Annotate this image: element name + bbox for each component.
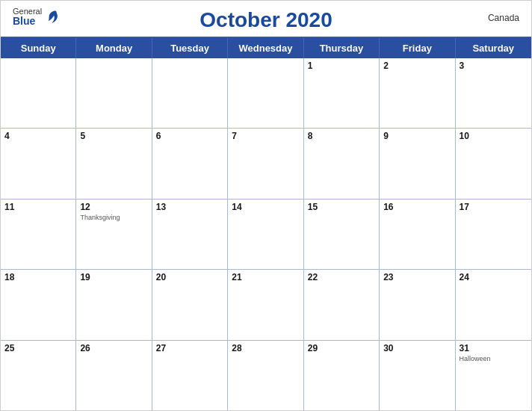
- day-cell: 21: [228, 270, 303, 339]
- date-number: 28: [232, 343, 299, 353]
- day-header-sunday: Sunday: [1, 38, 76, 58]
- week-row-1: 123: [1, 58, 531, 129]
- day-cell: 31Halloween: [456, 341, 531, 410]
- day-cell: 28: [228, 341, 303, 410]
- logo-text: General Blue: [13, 7, 42, 27]
- day-cell: 3: [456, 58, 531, 128]
- date-number: 29: [308, 343, 375, 353]
- day-cell: 1: [304, 58, 380, 128]
- date-number: 11: [4, 202, 72, 212]
- day-cell: 13: [152, 200, 228, 269]
- date-number: 16: [383, 202, 451, 212]
- date-number: 30: [383, 343, 451, 353]
- day-cell: 5: [76, 129, 152, 198]
- day-cell: [152, 58, 228, 128]
- logo-blue-text: Blue: [13, 16, 42, 27]
- date-number: 26: [80, 343, 147, 353]
- day-cell: 27: [152, 341, 228, 410]
- week-row-3: 1112Thanksgiving1314151617: [1, 200, 531, 270]
- day-cell: 30: [380, 341, 455, 410]
- day-headers-row: SundayMondayTuesdayWednesdayThursdayFrid…: [1, 38, 531, 58]
- date-number: 5: [80, 131, 147, 141]
- date-number: 18: [4, 272, 72, 282]
- week-row-4: 18192021222324: [1, 270, 531, 340]
- date-number: 3: [460, 61, 528, 71]
- date-number: 12: [80, 202, 147, 212]
- day-cell: 23: [380, 270, 455, 339]
- date-number: 17: [460, 202, 528, 212]
- day-cell: 12Thanksgiving: [76, 200, 152, 269]
- day-cell: 15: [304, 200, 380, 269]
- date-number: 22: [308, 272, 375, 282]
- logo-area: General Blue: [13, 7, 61, 27]
- day-cell: 2: [380, 58, 455, 128]
- date-number: 24: [460, 272, 528, 282]
- day-header-thursday: Thursday: [304, 38, 380, 58]
- date-number: 15: [308, 202, 375, 212]
- date-number: 8: [308, 131, 375, 141]
- date-number: 7: [232, 131, 299, 141]
- day-cell: 24: [456, 270, 531, 339]
- calendar-title: October 2020: [200, 8, 332, 32]
- day-header-friday: Friday: [380, 38, 455, 58]
- date-number: 31: [460, 343, 528, 353]
- date-number: 10: [460, 131, 528, 141]
- day-cell: 7: [228, 129, 303, 198]
- day-cell: [228, 58, 303, 128]
- day-cell: 18: [1, 270, 76, 339]
- day-cell: [76, 58, 152, 128]
- day-cell: 16: [380, 200, 455, 269]
- day-cell: 4: [1, 129, 76, 198]
- day-cell: 17: [456, 200, 531, 269]
- day-cell: 29: [304, 341, 380, 410]
- event-label: Halloween: [460, 355, 528, 362]
- date-number: 13: [156, 202, 223, 212]
- day-cell: [1, 58, 76, 128]
- date-number: 21: [232, 272, 299, 282]
- calendar-header: General Blue October 2020 Canada: [1, 1, 531, 37]
- country-label: Canada: [488, 13, 519, 23]
- logo-bird-icon: [44, 9, 61, 25]
- day-cell: 11: [1, 200, 76, 269]
- day-cell: 19: [76, 270, 152, 339]
- day-header-monday: Monday: [76, 38, 152, 58]
- day-cell: 20: [152, 270, 228, 339]
- date-number: 20: [156, 272, 223, 282]
- date-number: 25: [4, 343, 72, 353]
- weeks-container: 123456789101112Thanksgiving1314151617181…: [1, 58, 531, 410]
- date-number: 14: [232, 202, 299, 212]
- day-cell: 25: [1, 341, 76, 410]
- day-header-tuesday: Tuesday: [152, 38, 228, 58]
- date-number: 6: [156, 131, 223, 141]
- calendar-grid: SundayMondayTuesdayWednesdayThursdayFrid…: [1, 37, 531, 410]
- day-cell: 22: [304, 270, 380, 339]
- day-header-saturday: Saturday: [456, 38, 531, 58]
- calendar-container: General Blue October 2020 Canada SundayM…: [0, 0, 532, 411]
- date-number: 23: [383, 272, 451, 282]
- week-row-2: 45678910: [1, 129, 531, 199]
- day-cell: 10: [456, 129, 531, 198]
- event-label: Thanksgiving: [80, 214, 147, 221]
- day-cell: 8: [304, 129, 380, 198]
- week-row-5: 25262728293031Halloween: [1, 341, 531, 410]
- day-cell: 6: [152, 129, 228, 198]
- day-header-wednesday: Wednesday: [228, 38, 303, 58]
- day-cell: 26: [76, 341, 152, 410]
- day-cell: 14: [228, 200, 303, 269]
- date-number: 1: [308, 61, 375, 71]
- date-number: 4: [4, 131, 72, 141]
- day-cell: 9: [380, 129, 455, 198]
- date-number: 19: [80, 272, 147, 282]
- date-number: 2: [383, 61, 451, 71]
- date-number: 9: [383, 131, 451, 141]
- date-number: 27: [156, 343, 223, 353]
